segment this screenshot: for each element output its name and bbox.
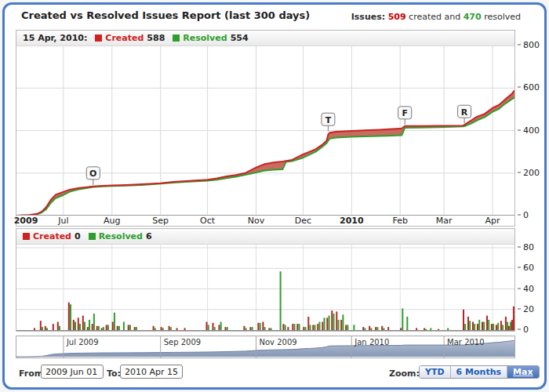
page-title: Created vs Resolved Issues Report (last … [21,9,310,21]
issues-label: Issues: [351,12,385,22]
navigator-label: Sep 2009 [164,338,201,347]
cumulative-chart-plot[interactable]: OTFR [16,45,514,219]
event-flag-T[interactable]: T [322,113,335,131]
daily-chart-plot[interactable] [16,244,514,334]
x-axis-label: Nov [248,216,264,226]
daily-chart-panel: Created 0 Resolved 6 [16,228,515,332]
x-axis-label: Sep [152,216,169,226]
daily-chart-svg[interactable] [16,244,514,331]
svg-text:F: F [402,108,408,118]
resolved-swatch-icon [89,233,96,240]
zoom-label: Zoom: [389,368,420,379]
navigator-label: Jan 2010 [354,338,389,347]
daily-created-legend-value: 0 [75,231,81,241]
issues-resolved-suffix: resolved [484,12,521,22]
issues-created-suffix: created and [409,12,460,22]
main-chart-legend: 15 Apr, 2010: Created 588 Resolved 554 [16,31,514,46]
zoom-button-group: YTD 6 Months Max [419,365,540,379]
daily-resolved-legend-label: Resolved [99,231,143,241]
hover-date: 15 Apr, 2010: [23,33,87,43]
issues-summary: Issues: 509 created and 470 resolved [351,12,521,22]
svg-text:T: T [325,115,332,125]
x-axis-label: Aug [104,216,120,226]
created-vs-resolved-report-gadget: Created vs Resolved Issues Report (last … [0,0,549,392]
created-legend-value: 588 [147,33,165,43]
daily-created-legend-label: Created [33,231,71,241]
issues-created-count: 509 [388,12,406,22]
from-date-input[interactable] [41,365,104,379]
x-axis-label: Dec [295,216,311,226]
x-axis-label: Oct [200,216,215,226]
cumulative-chart-svg[interactable]: OTFR [16,45,514,216]
created-legend-label: Created [105,33,144,43]
navigator-label: Nov 2009 [260,338,297,347]
navigator-svg[interactable]: Jul 2009Sep 2009Nov 2009Jan 2010Mar 2010 [16,336,514,358]
to-date-input[interactable] [120,365,183,379]
x-axis-label: 2010 [340,216,364,226]
x-axis-label: Jul [58,216,68,226]
resolved-legend-value: 554 [231,33,249,43]
daily-chart-legend: Created 0 Resolved 6 [16,229,514,245]
x-axis-label: Apr [485,216,500,226]
resolved-legend-label: Resolved [183,33,227,43]
navigator-label: Jul 2009 [66,338,99,347]
range-navigator[interactable]: Jul 2009Sep 2009Nov 2009Jan 2010Mar 2010 [16,336,515,358]
cumulative-chart-panel: 15 Apr, 2010: Created 588 Resolved 554 O… [16,30,515,227]
zoom-max-button[interactable]: Max [507,366,538,378]
daily-resolved-legend-value: 6 [146,231,152,241]
zoom-ytd-button[interactable]: YTD [420,366,450,378]
created-swatch-icon [23,233,30,240]
svg-text:R: R [461,107,468,118]
navigator-label: Mar 2010 [447,338,485,347]
svg-text:O: O [89,169,96,179]
x-axis-label: 2009 [14,216,38,226]
x-axis-label: Mar [436,216,453,226]
issues-resolved-count: 470 [464,12,482,22]
event-flag-O[interactable]: O [86,167,100,185]
created-swatch-icon [95,34,102,42]
x-axis-label: Feb [392,216,407,226]
main-x-axis: 2009JulAugSepOctNovDec2010FebMarApr [16,216,514,226]
to-label: To: [107,368,121,379]
resolved-swatch-icon [173,34,180,42]
event-flag-R[interactable]: R [458,105,471,123]
zoom-6months-button[interactable]: 6 Months [450,366,507,378]
